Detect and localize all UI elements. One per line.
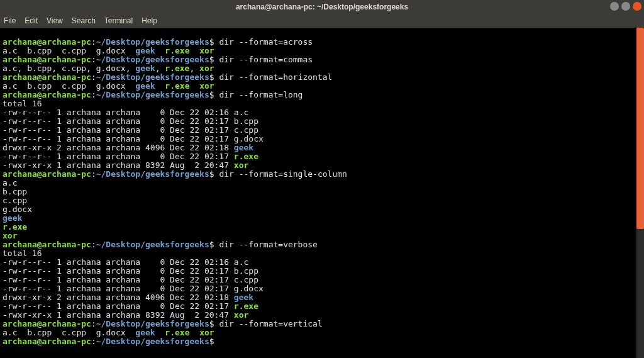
dir-geek: geek (135, 46, 155, 55)
menu-edit[interactable]: Edit (25, 16, 38, 25)
window-title: archana@archana-pc: ~/Desktop/geeksforge… (236, 3, 408, 11)
scrollbar-thumb[interactable] (636, 28, 644, 229)
menu-terminal[interactable]: Terminal (104, 16, 133, 25)
window-controls (610, 2, 641, 11)
menu-view[interactable]: View (47, 16, 63, 25)
close-button[interactable] (633, 2, 641, 11)
menu-help[interactable]: Help (142, 16, 157, 25)
exec-rexe: r.exe (165, 46, 189, 55)
menubar: File Edit View Search Terminal Help (0, 14, 644, 28)
maximize-button[interactable] (621, 2, 630, 11)
minimize-button[interactable] (610, 2, 619, 11)
menu-search[interactable]: Search (72, 16, 96, 25)
terminal-body[interactable]: archana@archana-pc:~/Desktop/geeksforgee… (0, 28, 644, 358)
titlebar: archana@archana-pc: ~/Desktop/geeksforge… (0, 0, 644, 14)
command-text: dir --format=across (219, 37, 313, 47)
exec-xor: xor (199, 46, 214, 55)
menu-file[interactable]: File (4, 16, 16, 25)
prompt-user: archana@archana-pc (3, 37, 91, 47)
